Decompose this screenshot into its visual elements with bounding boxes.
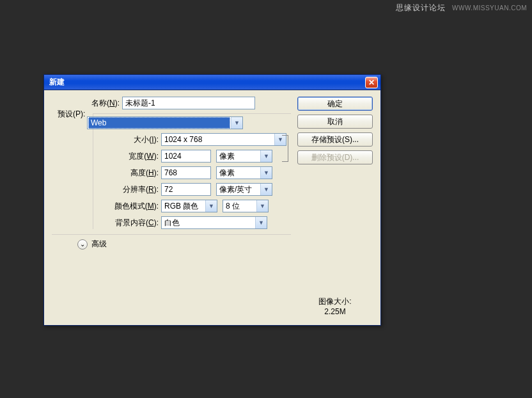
bg-select[interactable]: 白色 ▼	[161, 216, 267, 229]
preset-label: 预设(P):	[55, 109, 88, 120]
ok-button[interactable]: 确定	[297, 97, 373, 111]
size-select[interactable]: 1024 x 768 ▼	[161, 133, 286, 146]
close-button[interactable]: ✕	[365, 77, 378, 88]
advanced-row: ⌄ 高级	[77, 239, 291, 250]
name-row: 名称(N):	[52, 97, 291, 109]
width-row: 宽度(W): 像素 ▼	[109, 150, 291, 163]
dialog-title: 新建	[49, 77, 365, 88]
chevron-down-icon: ▼	[205, 200, 217, 212]
preset-fieldset: 预设(P): Web ▼ 大小(I): 1024 x 768 ▼	[93, 113, 291, 229]
height-unit-select[interactable]: 像素 ▼	[216, 166, 272, 179]
bg-value: 白色	[162, 218, 255, 228]
advanced-toggle-button[interactable]: ⌄	[77, 239, 88, 250]
chevron-down-icon: ▼	[260, 150, 272, 162]
bitdepth-select[interactable]: 8 位 ▼	[223, 200, 269, 212]
name-input[interactable]	[122, 97, 255, 109]
resolution-unit-value: 像素/英寸	[217, 184, 260, 195]
colormode-select[interactable]: RGB 颜色 ▼	[161, 200, 217, 212]
watermark-url: WWW.MISSYUAN.COM	[452, 4, 527, 12]
preset-value: Web	[88, 117, 230, 129]
dialog-body: 名称(N): 预设(P): Web ▼ 大小(I):	[44, 90, 380, 325]
height-unit-value: 像素	[217, 168, 260, 179]
delete-preset-button: 删除预设(D)...	[297, 150, 373, 164]
save-preset-button[interactable]: 存储预设(S)...	[297, 132, 373, 147]
resolution-label: 分辨率(R):	[109, 184, 161, 195]
watermark: 思缘设计论坛 WWW.MISSYUAN.COM	[396, 3, 527, 13]
size-value: 1024 x 768	[162, 135, 274, 144]
resolution-unit-select[interactable]: 像素/英寸 ▼	[216, 183, 272, 196]
colormode-row: 颜色模式(M): RGB 颜色 ▼ 8 位 ▼	[109, 200, 291, 212]
image-size-info: 图像大小: 2.25M	[297, 296, 373, 316]
size-group: 大小(I): 1024 x 768 ▼ 宽度(W): 像素 ▼	[109, 133, 291, 179]
height-row: 高度(H): 像素 ▼	[109, 166, 291, 179]
bg-row: 背景内容(C): 白色 ▼	[109, 216, 291, 229]
image-size-label: 图像大小:	[297, 296, 373, 307]
titlebar[interactable]: 新建 ✕	[44, 75, 380, 90]
close-icon: ✕	[368, 78, 375, 87]
name-label: 名称(N):	[52, 98, 122, 109]
chevron-down-icon: ▼	[260, 184, 272, 195]
resolution-row: 分辨率(R): 像素/英寸 ▼	[109, 183, 291, 196]
chevrons-down-icon: ⌄	[80, 241, 85, 248]
width-unit-value: 像素	[217, 151, 260, 162]
right-column: 确定 取消 存储预设(S)... 删除预设(D)... 图像大小: 2.25M	[297, 97, 373, 316]
new-document-dialog: 新建 ✕ 名称(N): 预设(P): Web ▼	[43, 74, 381, 326]
chevron-down-icon: ▼	[255, 217, 267, 228]
bitdepth-value: 8 位	[223, 201, 256, 212]
size-row: 大小(I): 1024 x 768 ▼	[109, 133, 291, 146]
width-input[interactable]	[161, 150, 211, 163]
width-unit-select[interactable]: 像素 ▼	[216, 150, 272, 163]
preset-select[interactable]: Web ▼	[87, 116, 243, 129]
divider	[52, 234, 291, 235]
advanced-label: 高级	[91, 239, 107, 250]
height-label: 高度(H):	[109, 168, 161, 179]
colormode-label: 颜色模式(M):	[109, 201, 161, 212]
chevron-down-icon: ▼	[231, 117, 242, 129]
image-size-value: 2.25M	[297, 307, 373, 316]
left-column: 名称(N): 预设(P): Web ▼ 大小(I):	[52, 97, 291, 316]
size-label: 大小(I):	[109, 134, 161, 145]
chevron-down-icon: ▼	[256, 200, 268, 212]
watermark-text: 思缘设计论坛	[396, 3, 446, 12]
bg-label: 背景内容(C):	[109, 218, 161, 228]
height-input[interactable]	[161, 166, 211, 179]
chevron-down-icon: ▼	[260, 167, 272, 179]
dimension-bracket	[282, 135, 288, 162]
resolution-input[interactable]	[161, 183, 211, 196]
cancel-button[interactable]: 取消	[297, 115, 373, 129]
colormode-value: RGB 颜色	[162, 201, 205, 212]
width-label: 宽度(W):	[109, 151, 161, 162]
